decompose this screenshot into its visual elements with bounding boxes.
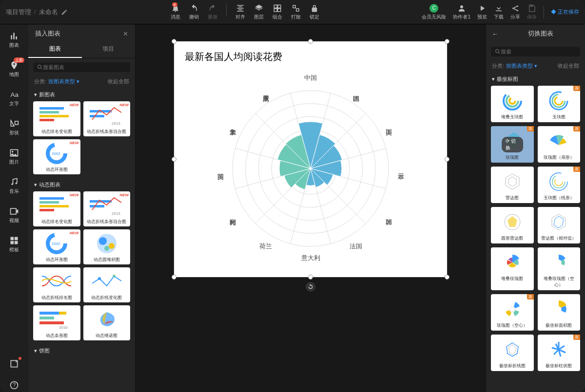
filter-label: 分类: (34, 78, 46, 85)
new-tag: NEW (70, 193, 79, 197)
rotate-handle[interactable] (306, 282, 315, 292)
collapse-all[interactable]: 收起全部 (108, 78, 129, 85)
tile-rose[interactable]: 荐 ⟳ 切换 玫瑰图 (491, 126, 534, 163)
category-polar[interactable]: ▾ 极坐标图 (486, 73, 585, 86)
tile-dyn-line-bar2[interactable]: NEW 2013 动态折线条形混合图 (83, 191, 131, 226)
redo-button[interactable]: 重做 (208, 4, 217, 20)
resize-handle-br[interactable] (445, 275, 449, 280)
svg-text:韩国: 韩国 (386, 219, 392, 225)
preview-button[interactable]: 预览 (477, 4, 487, 20)
tile-jade[interactable]: 荐 玉玦图 (538, 86, 581, 122)
tile-polar-bar[interactable]: 荐 极坐标柱状图 (538, 335, 581, 371)
resize-handle-bl[interactable] (172, 275, 176, 280)
svg-rect-21 (39, 107, 64, 110)
breadcrumb-sep: / (34, 8, 36, 16)
tile-stack-rose-hollow[interactable]: 堆叠玫瑰图（空心） (538, 247, 581, 290)
svg-rect-45 (39, 312, 59, 315)
sidebar-item-video[interactable]: 视频 (0, 205, 28, 226)
resize-handle-tl[interactable] (172, 39, 176, 44)
tile-rose-fan[interactable]: 荐 玫瑰图（扇形） (538, 126, 581, 163)
group-button[interactable]: 组合 (273, 4, 282, 20)
svg-rect-33 (39, 209, 54, 211)
svg-rect-0 (293, 5, 295, 8)
category-new[interactable]: ▾ 新图表 (28, 88, 135, 101)
tile-dyn-bar[interactable]: 2016 动态条形图 (33, 305, 80, 340)
ungroup-button[interactable]: 打散 (291, 4, 301, 20)
lock-button[interactable]: 锁定 (310, 4, 319, 20)
tile-dyn-circle-stack[interactable]: 动态圆堆积图 (83, 229, 131, 264)
filter-dropdown[interactable]: 按图表类型 ▾ (48, 78, 79, 85)
resize-handle-mb[interactable] (308, 275, 313, 280)
svg-text:?: ? (13, 382, 16, 388)
sidebar-item-chart[interactable]: 图表 (0, 29, 28, 51)
tab-chart[interactable]: 图表 (28, 41, 82, 58)
resize-handle-mt[interactable] (308, 39, 313, 44)
tile-jade-line[interactable]: 荐 玉玦图（线形） (538, 167, 581, 203)
category-dynamic[interactable]: ▾ 动态图表 (28, 178, 135, 191)
right-filter-dropdown[interactable]: 按图表类型 ▾ (506, 62, 537, 70)
align-button[interactable]: 对齐 (235, 4, 245, 20)
breadcrumb-project[interactable]: 项目管理 (6, 8, 31, 17)
svg-text:比利时: 比利时 (230, 219, 236, 225)
resize-handle-mr[interactable] (445, 157, 449, 162)
rec-tag: 荐 (527, 294, 534, 299)
tile-stack-rose[interactable]: 堆叠玫瑰图 (491, 247, 534, 290)
svg-marker-95 (554, 216, 564, 228)
resize-handle-ml[interactable] (172, 157, 176, 162)
sidebar-item-help[interactable]: ? (0, 378, 28, 392)
tile-dyn-rank2[interactable]: NEW 动态排名变化图 (33, 191, 80, 226)
tile-dyn-rank[interactable]: NEW 动态排名变化图 (33, 101, 80, 136)
collaborators-button[interactable]: 协作者1 (453, 4, 470, 20)
close-icon[interactable]: ✕ (123, 30, 128, 37)
svg-text:2013: 2013 (112, 211, 120, 216)
tile-radar[interactable]: 雷达图 (491, 167, 534, 203)
tile-rose-hollow[interactable]: 荐 玫瑰图（空心） (491, 294, 534, 331)
canvas[interactable]: 最新各国人均阅读花费 中国德国美国日本韩国法国意大利荷兰比利时英国加拿大俄罗斯 (136, 24, 486, 392)
tile-polar-area[interactable]: 极坐标面积图 (538, 294, 581, 331)
sidebar-item-template[interactable]: 模板 (0, 234, 28, 255)
share-button[interactable]: 分享 (510, 4, 520, 20)
sidebar-item-map[interactable]: 上新 地图 (0, 58, 28, 80)
sidebar-item-image[interactable]: 图片 (0, 146, 28, 168)
sidebar-item-music[interactable]: 音乐 (0, 175, 28, 197)
tile-polar-line[interactable]: 极坐标折线图 (491, 335, 534, 371)
chart-selection[interactable]: 最新各国人均阅读花费 中国德国美国日本韩国法国意大利荷兰比利时英国加拿大俄罗斯 (174, 41, 447, 277)
svg-text:2002: 2002 (52, 151, 60, 156)
tile-dyn-line-rank[interactable]: 动态折线排名图 (33, 267, 80, 302)
tile-stack-jade[interactable]: 堆叠玉玦图 (491, 86, 534, 122)
svg-rect-15 (11, 241, 14, 244)
tile-dyn-venn[interactable]: 动态维诺图 (83, 305, 131, 340)
message-button[interactable]: 6 消息 (171, 4, 180, 20)
svg-marker-93 (507, 216, 517, 227)
edit-icon[interactable] (61, 9, 68, 16)
rec-tag: 荐 (573, 86, 580, 91)
sidebar-item-pages[interactable] (0, 357, 28, 371)
tab-project[interactable]: 项目 (82, 41, 136, 58)
vip-button[interactable]: C 会员无风险 (422, 4, 446, 20)
category-pie[interactable]: ▾ 饼图 (28, 344, 135, 357)
download-button[interactable]: 下载 (494, 4, 504, 20)
new-tag: NEW (70, 141, 79, 145)
right-collapse-all[interactable]: 收起全部 (558, 62, 579, 70)
tile-dyn-ring2[interactable]: NEW 2002 动态环形图 (33, 229, 80, 264)
layer-button[interactable]: 图层 (254, 4, 264, 20)
tile-circle-radar[interactable]: 圆形雷达图 (491, 207, 534, 243)
tile-radar-rel[interactable]: 雷达图（相对值） (538, 207, 581, 243)
breadcrumb-doc[interactable]: 未命名 (39, 8, 58, 17)
undo-button[interactable]: 撤销 (189, 4, 199, 20)
back-icon[interactable]: ← (492, 30, 498, 37)
tile-dyn-line-change[interactable]: 动态折线变化图 (83, 267, 131, 302)
tile-dyn-line-bar[interactable]: NEW 2013 动态折线条形混合图 (83, 101, 131, 136)
svg-text:意大利: 意大利 (301, 254, 320, 261)
search-input[interactable] (43, 64, 126, 70)
resize-handle-tr[interactable] (445, 39, 449, 44)
right-search-box[interactable] (491, 47, 580, 56)
svg-text:2013: 2013 (112, 121, 120, 126)
right-search-input[interactable] (501, 49, 576, 55)
sidebar-item-text[interactable]: Aa 文字 (0, 88, 28, 109)
sidebar-item-shape[interactable]: 形状 (0, 117, 28, 138)
save-button[interactable]: 保存 (527, 4, 537, 20)
vip-avatar-icon: C (429, 4, 438, 13)
tile-dyn-ring[interactable]: NEW 2002 动态环形图 (33, 139, 80, 174)
search-box[interactable] (33, 62, 130, 72)
